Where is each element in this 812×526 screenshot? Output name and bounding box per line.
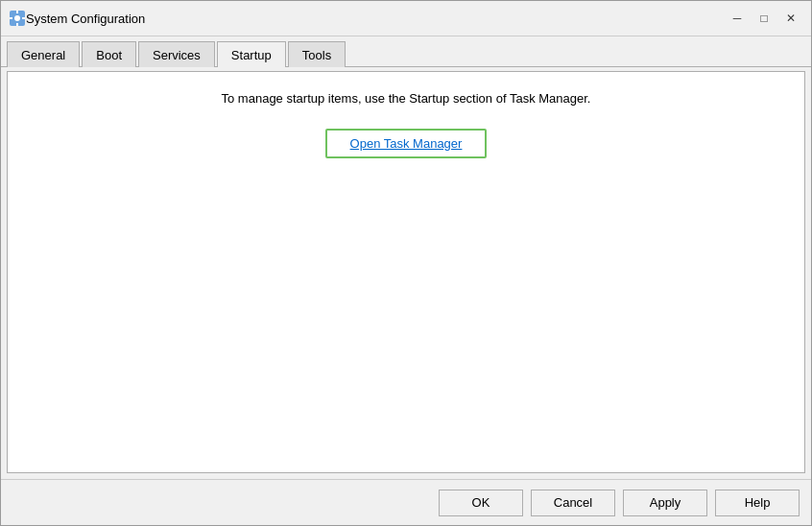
tab-bar: General Boot Services Startup Tools bbox=[1, 36, 811, 67]
info-text: To manage startup items, use the Startup… bbox=[222, 91, 591, 106]
content-area: To manage startup items, use the Startup… bbox=[7, 71, 805, 473]
svg-rect-2 bbox=[16, 11, 18, 13]
app-icon bbox=[9, 10, 26, 27]
maximize-button[interactable]: □ bbox=[752, 7, 776, 30]
tab-services[interactable]: Services bbox=[138, 41, 215, 67]
close-button[interactable]: ✕ bbox=[778, 7, 803, 30]
svg-rect-5 bbox=[22, 17, 25, 19]
ok-button[interactable]: OK bbox=[439, 490, 523, 516]
apply-button[interactable]: Apply bbox=[623, 490, 707, 516]
title-bar: System Configuration ─ □ ✕ bbox=[1, 1, 811, 36]
svg-point-1 bbox=[14, 15, 20, 21]
tab-boot[interactable]: Boot bbox=[82, 41, 136, 67]
tab-startup[interactable]: Startup bbox=[217, 41, 286, 67]
system-configuration-window: System Configuration ─ □ ✕ General Boot … bbox=[0, 0, 812, 526]
tab-general[interactable]: General bbox=[7, 41, 80, 67]
help-button[interactable]: Help bbox=[715, 490, 800, 516]
button-bar: OK Cancel Apply Help bbox=[1, 479, 811, 525]
minimize-button[interactable]: ─ bbox=[725, 7, 750, 30]
tab-tools[interactable]: Tools bbox=[288, 41, 346, 67]
svg-rect-3 bbox=[16, 23, 18, 26]
window-controls: ─ □ ✕ bbox=[725, 7, 803, 30]
open-task-manager-button[interactable]: Open Task Manager bbox=[325, 129, 488, 158]
cancel-button[interactable]: Cancel bbox=[531, 490, 615, 516]
svg-rect-4 bbox=[10, 17, 12, 19]
window-title: System Configuration bbox=[26, 12, 725, 26]
